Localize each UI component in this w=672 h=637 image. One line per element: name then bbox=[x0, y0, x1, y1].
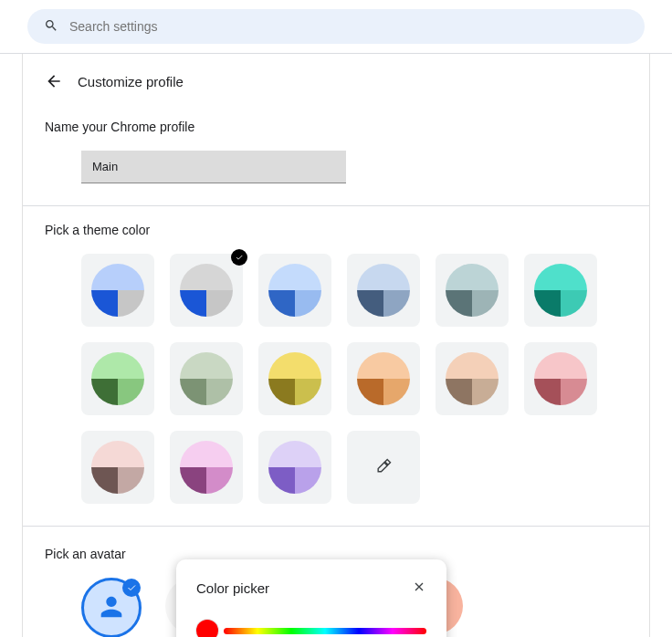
theme-swatch[interactable] bbox=[258, 342, 331, 415]
theme-swatch[interactable] bbox=[81, 254, 154, 327]
theme-swatch[interactable] bbox=[436, 342, 509, 415]
back-arrow-icon[interactable] bbox=[45, 72, 63, 90]
color-picker-title: Color picker bbox=[196, 580, 269, 596]
theme-swatch[interactable] bbox=[170, 342, 243, 415]
search-icon bbox=[44, 18, 58, 36]
theme-swatch[interactable] bbox=[170, 254, 243, 327]
theme-grid bbox=[81, 254, 627, 504]
theme-swatch[interactable] bbox=[347, 342, 420, 415]
search-bar[interactable] bbox=[27, 9, 645, 44]
person-icon bbox=[96, 591, 127, 625]
avatar-default-person[interactable] bbox=[81, 578, 142, 637]
theme-swatch[interactable] bbox=[524, 254, 597, 327]
theme-swatch[interactable] bbox=[81, 431, 154, 504]
theme-swatch[interactable] bbox=[524, 342, 597, 415]
hue-knob[interactable] bbox=[196, 620, 218, 637]
custom-color-button[interactable] bbox=[347, 431, 420, 504]
theme-swatch[interactable] bbox=[436, 254, 509, 327]
theme-swatch[interactable] bbox=[258, 431, 331, 504]
hue-track[interactable] bbox=[224, 628, 426, 634]
check-icon bbox=[231, 249, 247, 266]
check-icon bbox=[122, 579, 141, 597]
theme-swatch[interactable] bbox=[170, 431, 243, 504]
eyedropper-icon bbox=[374, 457, 393, 478]
close-icon[interactable] bbox=[412, 580, 426, 597]
search-input[interactable] bbox=[69, 19, 628, 34]
search-area bbox=[0, 0, 672, 54]
page-title: Customize profile bbox=[78, 74, 184, 89]
profile-name-section: Name your Chrome profile bbox=[23, 103, 649, 205]
hue-slider[interactable] bbox=[196, 620, 426, 637]
theme-swatch[interactable] bbox=[258, 254, 331, 327]
profile-name-label: Name your Chrome profile bbox=[45, 120, 627, 134]
theme-swatch[interactable] bbox=[81, 342, 154, 415]
main-panel: Customize profile Name your Chrome profi… bbox=[22, 54, 650, 637]
theme-label: Pick a theme color bbox=[45, 223, 627, 237]
color-picker-popover: Color picker bbox=[176, 559, 446, 637]
page-header: Customize profile bbox=[23, 54, 649, 103]
theme-swatch[interactable] bbox=[347, 254, 420, 327]
theme-section: Pick a theme color bbox=[23, 206, 649, 526]
profile-name-input[interactable] bbox=[81, 151, 346, 183]
